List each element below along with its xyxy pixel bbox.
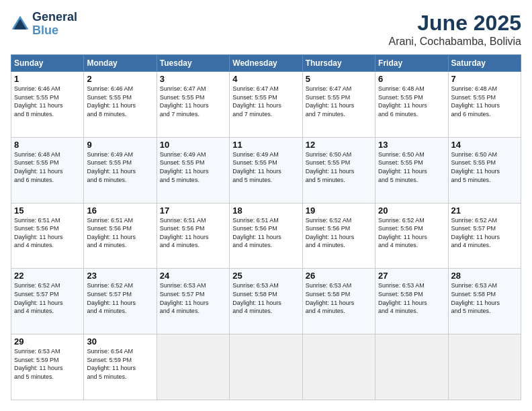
table-row (375, 334, 448, 400)
table-row (302, 334, 375, 400)
day-info: Sunrise: 6:52 AMSunset: 5:56 PMDaylight:… (306, 216, 372, 250)
table-row: 29Sunrise: 6:53 AMSunset: 5:59 PMDayligh… (11, 334, 84, 400)
table-row: 22Sunrise: 6:52 AMSunset: 5:57 PMDayligh… (11, 269, 84, 334)
day-info: Sunrise: 6:47 AMSunset: 5:55 PMDaylight:… (160, 85, 226, 118)
day-info: Sunrise: 6:48 AMSunset: 5:55 PMDaylight:… (14, 150, 81, 184)
day-info: Sunrise: 6:53 AMSunset: 5:58 PMDaylight:… (378, 281, 445, 315)
table-row: 16Sunrise: 6:51 AMSunset: 5:56 PMDayligh… (84, 203, 157, 269)
day-info: Sunrise: 6:49 AMSunset: 5:55 PMDaylight:… (232, 150, 299, 184)
table-row: 7Sunrise: 6:48 AMSunset: 5:55 PMDaylight… (448, 72, 521, 138)
table-row: 1Sunrise: 6:46 AMSunset: 5:55 PMDaylight… (11, 72, 84, 138)
table-row: 9Sunrise: 6:49 AMSunset: 5:55 PMDaylight… (84, 137, 157, 203)
calendar-title: June 2025 (389, 11, 521, 36)
calendar-header-row: Sunday Monday Tuesday Wednesday Thursday… (11, 55, 521, 72)
day-info: Sunrise: 6:49 AMSunset: 5:55 PMDaylight:… (160, 150, 226, 184)
day-number: 24 (160, 271, 226, 281)
day-number: 14 (451, 140, 518, 150)
table-row: 30Sunrise: 6:54 AMSunset: 5:59 PMDayligh… (84, 334, 157, 400)
day-info: Sunrise: 6:47 AMSunset: 5:55 PMDaylight:… (232, 85, 299, 118)
calendar-subtitle: Arani, Cochabamba, Bolivia (389, 36, 521, 48)
table-row: 19Sunrise: 6:52 AMSunset: 5:56 PMDayligh… (302, 203, 375, 269)
table-row: 15Sunrise: 6:51 AMSunset: 5:56 PMDayligh… (11, 203, 84, 269)
day-number: 13 (378, 140, 445, 150)
header-sunday: Sunday (11, 55, 84, 72)
table-row: 21Sunrise: 6:52 AMSunset: 5:57 PMDayligh… (448, 203, 521, 269)
table-row: 4Sunrise: 6:47 AMSunset: 5:55 PMDaylight… (230, 72, 302, 138)
table-row: 23Sunrise: 6:52 AMSunset: 5:57 PMDayligh… (84, 269, 157, 334)
table-row: 6Sunrise: 6:48 AMSunset: 5:55 PMDaylight… (375, 72, 448, 138)
title-block: June 2025 Arani, Cochabamba, Bolivia (389, 11, 521, 48)
table-row: 12Sunrise: 6:50 AMSunset: 5:55 PMDayligh… (302, 137, 375, 203)
day-number: 27 (378, 271, 445, 281)
day-info: Sunrise: 6:52 AMSunset: 5:57 PMDaylight:… (87, 281, 153, 315)
day-number: 8 (14, 140, 81, 150)
day-number: 18 (232, 205, 299, 216)
header-friday: Friday (375, 55, 448, 72)
day-number: 22 (14, 271, 81, 281)
day-info: Sunrise: 6:49 AMSunset: 5:55 PMDaylight:… (87, 150, 153, 184)
day-number: 21 (451, 205, 518, 216)
day-info: Sunrise: 6:52 AMSunset: 5:56 PMDaylight:… (378, 216, 445, 250)
table-row: 5Sunrise: 6:47 AMSunset: 5:55 PMDaylight… (302, 72, 375, 138)
day-number: 15 (14, 205, 81, 216)
day-info: Sunrise: 6:53 AMSunset: 5:59 PMDaylight:… (14, 347, 81, 381)
logo-text: General Blue (32, 11, 77, 38)
table-row (230, 334, 302, 400)
table-row: 26Sunrise: 6:53 AMSunset: 5:58 PMDayligh… (302, 269, 375, 334)
day-info: Sunrise: 6:46 AMSunset: 5:55 PMDaylight:… (14, 85, 81, 118)
day-number: 28 (451, 271, 518, 281)
logo-general: General (32, 11, 77, 24)
table-row: 11Sunrise: 6:49 AMSunset: 5:55 PMDayligh… (230, 137, 302, 203)
table-row: 27Sunrise: 6:53 AMSunset: 5:58 PMDayligh… (375, 269, 448, 334)
day-number: 29 (14, 336, 81, 347)
day-number: 6 (378, 74, 445, 84)
day-info: Sunrise: 6:50 AMSunset: 5:55 PMDaylight:… (306, 150, 372, 184)
day-number: 16 (87, 205, 153, 216)
header-wednesday: Wednesday (230, 55, 302, 72)
day-info: Sunrise: 6:50 AMSunset: 5:55 PMDaylight:… (378, 150, 445, 184)
day-info: Sunrise: 6:47 AMSunset: 5:55 PMDaylight:… (306, 85, 372, 118)
day-number: 17 (160, 205, 226, 216)
logo-blue: Blue (32, 24, 58, 37)
table-row: 18Sunrise: 6:51 AMSunset: 5:56 PMDayligh… (230, 203, 302, 269)
header-tuesday: Tuesday (157, 55, 229, 72)
day-number: 30 (87, 336, 153, 347)
header-monday: Monday (84, 55, 157, 72)
table-row: 25Sunrise: 6:53 AMSunset: 5:58 PMDayligh… (230, 269, 302, 334)
day-number: 23 (87, 271, 153, 281)
day-info: Sunrise: 6:51 AMSunset: 5:56 PMDaylight:… (232, 216, 299, 250)
day-info: Sunrise: 6:51 AMSunset: 5:56 PMDaylight:… (87, 216, 153, 250)
day-info: Sunrise: 6:51 AMSunset: 5:56 PMDaylight:… (14, 216, 81, 250)
day-info: Sunrise: 6:50 AMSunset: 5:55 PMDaylight:… (451, 150, 518, 184)
table-row: 17Sunrise: 6:51 AMSunset: 5:56 PMDayligh… (157, 203, 229, 269)
day-number: 26 (306, 271, 372, 281)
day-info: Sunrise: 6:52 AMSunset: 5:57 PMDaylight:… (14, 281, 81, 315)
day-number: 19 (306, 205, 372, 216)
day-info: Sunrise: 6:52 AMSunset: 5:57 PMDaylight:… (451, 216, 518, 250)
calendar-table: Sunday Monday Tuesday Wednesday Thursday… (11, 54, 521, 400)
table-row: 10Sunrise: 6:49 AMSunset: 5:55 PMDayligh… (157, 137, 229, 203)
day-number: 4 (232, 74, 299, 84)
header-thursday: Thursday (302, 55, 375, 72)
day-info: Sunrise: 6:53 AMSunset: 5:58 PMDaylight:… (306, 281, 372, 315)
header: General Blue June 2025 Arani, Cochabamba… (11, 11, 521, 48)
header-saturday: Saturday (448, 55, 521, 72)
table-row: 13Sunrise: 6:50 AMSunset: 5:55 PMDayligh… (375, 137, 448, 203)
logo-icon (11, 15, 30, 34)
page: General Blue June 2025 Arani, Cochabamba… (0, 0, 532, 411)
table-row: 28Sunrise: 6:53 AMSunset: 5:58 PMDayligh… (448, 269, 521, 334)
day-number: 3 (160, 74, 226, 84)
day-info: Sunrise: 6:53 AMSunset: 5:58 PMDaylight:… (451, 281, 518, 315)
day-number: 11 (232, 140, 299, 150)
table-row: 2Sunrise: 6:46 AMSunset: 5:55 PMDaylight… (84, 72, 157, 138)
day-number: 2 (87, 74, 153, 84)
day-number: 25 (232, 271, 299, 281)
day-number: 10 (160, 140, 226, 150)
table-row: 3Sunrise: 6:47 AMSunset: 5:55 PMDaylight… (157, 72, 229, 138)
day-number: 12 (306, 140, 372, 150)
day-info: Sunrise: 6:46 AMSunset: 5:55 PMDaylight:… (87, 85, 153, 118)
table-row: 8Sunrise: 6:48 AMSunset: 5:55 PMDaylight… (11, 137, 84, 203)
table-row: 24Sunrise: 6:53 AMSunset: 5:57 PMDayligh… (157, 269, 229, 334)
day-info: Sunrise: 6:53 AMSunset: 5:58 PMDaylight:… (232, 281, 299, 315)
table-row (448, 334, 521, 400)
